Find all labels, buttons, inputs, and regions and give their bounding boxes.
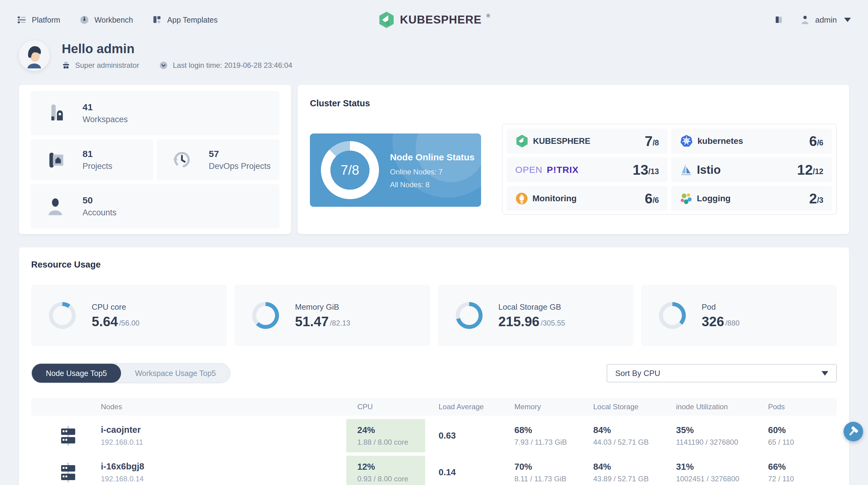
documentation-icon[interactable] — [774, 15, 783, 25]
chevron-down-icon — [844, 18, 851, 22]
hero-meta: Super administrator Last login time: 201… — [62, 61, 292, 70]
monitoring-icon — [515, 192, 528, 205]
node-online-info: Node Online Status Online Nodes: 7 All N… — [390, 151, 481, 189]
nav-platform[interactable]: Platform — [17, 15, 60, 25]
table-header-row: Nodes CPU Load Average Memory Local Stor… — [31, 398, 837, 416]
gauge-local-storage: Local Storage GB 215.96 /305.55 — [438, 285, 633, 346]
kubesphere-brand[interactable]: KUBESPHERE ® — [378, 11, 490, 28]
table-controls: Node Usage Top5 Workspace Usage Top5 Sor… — [31, 363, 837, 383]
table-row[interactable]: i-caojnter 192.168.0.11 24% 1.88 / 8.00 … — [31, 419, 837, 452]
storage-percent: 84% — [593, 425, 676, 435]
stat-workspaces-text: 41 Workspaces — [83, 102, 128, 124]
gauge-storage-label: Local Storage GB — [498, 302, 565, 312]
tab-workspace-usage-top5[interactable]: Workspace Usage Top5 — [121, 364, 230, 383]
memory-detail: 8.11 / 11.73 GiB — [515, 475, 593, 483]
kubesphere-icon — [515, 134, 529, 148]
gauge-memory-label: Memory GiB — [295, 302, 350, 312]
component-monitoring-logo: Monitoring — [515, 192, 577, 205]
kubernetes-icon — [680, 134, 693, 148]
gauge-pod-total: /880 — [725, 319, 740, 328]
value-big: 12 — [797, 163, 813, 177]
memory-gauge-donut — [252, 302, 279, 329]
component-logging-label: Logging — [697, 194, 731, 203]
pods-percent: 60% — [768, 425, 837, 435]
stat-devops-label: DevOps Projects — [209, 162, 271, 171]
stat-workspaces-value: 41 — [83, 102, 128, 112]
nav-app-templates[interactable]: App Templates — [153, 15, 218, 25]
gauge-memory-text: Memory GiB 51.47 /82.13 — [295, 302, 350, 328]
value-big: 13 — [633, 163, 648, 177]
value-big: 6 — [809, 134, 817, 148]
brand-wordmark: KUBESPHERE — [400, 11, 482, 28]
tab-node-usage-top5[interactable]: Node Usage Top5 — [32, 364, 121, 383]
stat-projects[interactable]: 81 Projects — [31, 139, 153, 180]
online-nodes-line: Online Nodes: 7 — [390, 168, 481, 176]
pod-gauge-donut — [659, 302, 686, 329]
gauge-storage-text: Local Storage GB 215.96 /305.55 — [498, 302, 565, 328]
cell-pods: 66% 72 / 110 — [768, 462, 837, 483]
cpu-percent: 24% — [357, 425, 425, 435]
sort-by-select[interactable]: Sort By CPU — [607, 364, 837, 382]
cpu-detail: 1.88 / 8.00 core — [357, 438, 425, 447]
stat-devops-projects[interactable]: 57 DevOps Projects — [157, 139, 279, 180]
main-content: 41 Workspaces 81 Projects — [0, 85, 868, 485]
cell-memory: 70% 8.11 / 11.73 GiB — [515, 462, 593, 483]
cell-local-storage: 84% 43.89 / 52.71 GB — [593, 462, 676, 483]
storage-detail: 44.03 / 52.71 GB — [593, 438, 676, 447]
component-kubesphere-logo: KUBESPHERE — [515, 134, 590, 148]
logging-icon — [680, 192, 692, 205]
stat-devops-value: 57 — [209, 149, 271, 159]
toolbox-button[interactable] — [843, 422, 863, 441]
cluster-status-title: Cluster Status — [310, 98, 837, 108]
gauge-cpu-used: 5.64 — [92, 315, 118, 328]
stat-accounts-value: 50 — [83, 195, 117, 205]
component-kubernetes: kubernetes 6 /6 — [671, 129, 832, 154]
component-monitoring: Monitoring 6 /6 — [507, 186, 668, 211]
user-menu[interactable]: admin — [801, 15, 851, 25]
node-ip: 192.168.0.14 — [101, 475, 144, 483]
role-meta: Super administrator — [62, 61, 139, 70]
stat-workspaces[interactable]: 41 Workspaces — [31, 91, 279, 135]
nav-workbench[interactable]: Workbench — [80, 15, 133, 25]
gauge-cpu: CPU core 5.64 /56.00 — [31, 285, 227, 346]
istio-icon — [680, 163, 692, 176]
workbench-icon — [80, 15, 89, 25]
node-online-title: Node Online Status — [390, 151, 481, 164]
app-templates-icon — [153, 15, 162, 25]
header-nodes: Nodes — [31, 402, 346, 411]
clock-check-icon — [159, 61, 168, 70]
cell-inode-utilization: 35% 1141190 / 3276800 — [676, 425, 768, 447]
component-kubernetes-value: 6 /6 — [809, 134, 824, 148]
node-ip: 192.168.0.11 — [101, 438, 143, 447]
value-total: /8 — [653, 138, 659, 148]
value-total: /3 — [817, 196, 824, 205]
table-row[interactable]: i-16x6bgj8 192.168.0.14 12% 0.93 / 8.00 … — [31, 456, 837, 485]
cell-load-average: 0.14 — [425, 467, 515, 477]
gauge-memory: Memory GiB 51.47 /82.13 — [235, 285, 430, 346]
node-name-block: i-16x6bgj8 192.168.0.14 — [101, 461, 144, 483]
inode-detail: 1141190 / 3276800 — [676, 438, 768, 447]
value-big: 2 — [809, 192, 817, 205]
node-online-panel[interactable]: 7/8 Node Online Status Online Nodes: 7 A… — [310, 133, 481, 207]
role-label: Super administrator — [75, 61, 139, 70]
pods-detail: 65 / 110 — [768, 438, 837, 447]
stat-accounts[interactable]: 50 Accounts — [31, 184, 279, 228]
last-login-meta: Last login time: 2019-06-28 23:46:04 — [159, 61, 292, 70]
projects-icon — [46, 150, 65, 169]
storage-percent: 84% — [593, 462, 676, 472]
cell-node: i-caojnter 192.168.0.11 — [31, 419, 346, 452]
storage-gauge-donut — [456, 302, 483, 329]
component-kubernetes-label: kubernetes — [698, 136, 743, 146]
resource-usage-card: Resource Usage CPU core 5.64 /56.00 — [19, 248, 849, 485]
pods-percent: 66% — [768, 462, 837, 472]
main-nav: Platform Workbench App Templates — [17, 15, 218, 25]
stat-projects-text: 81 Projects — [83, 149, 113, 171]
brand-registered-mark: ® — [487, 13, 490, 19]
gauge-cpu-label: CPU core — [92, 302, 140, 312]
user-avatar-icon — [801, 15, 810, 25]
stat-workspaces-label: Workspaces — [83, 115, 128, 124]
cell-inode-utilization: 31% 1002451 / 3276800 — [676, 462, 768, 483]
cell-memory: 68% 7.93 / 11.73 GiB — [515, 425, 593, 447]
gauge-pod-used: 326 — [702, 315, 724, 328]
stat-projects-value: 81 — [83, 149, 113, 159]
